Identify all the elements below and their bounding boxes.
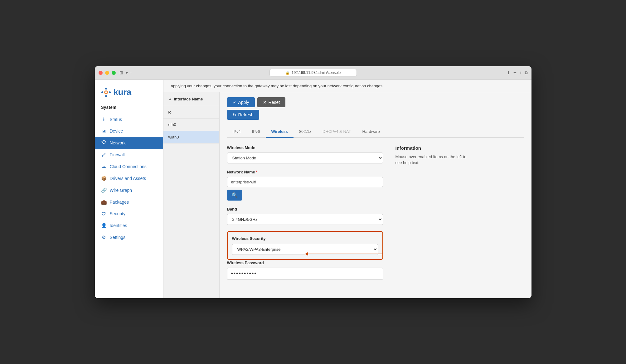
identities-icon: 👤 — [101, 223, 107, 228]
refresh-button[interactable]: ↻ Refresh — [227, 110, 259, 120]
interface-item-eth0[interactable]: eth0 — [163, 119, 219, 131]
tab-8021x-label: 802.1x — [299, 129, 311, 134]
security-icon: 🛡 — [101, 211, 107, 216]
sort-icon: ▲ — [168, 97, 172, 101]
sidebar-item-identities[interactable]: 👤 Identities — [95, 220, 163, 231]
sidebar-item-label: Identities — [110, 223, 127, 228]
sidebar-item-drivers-assets[interactable]: 📦 Drivers and Assets — [95, 172, 163, 184]
sidebar-item-network[interactable]: Network — [95, 137, 163, 149]
device-icon: 🖥 — [101, 129, 107, 134]
search-icon: 🔍 — [231, 192, 238, 198]
sidebar-item-label: Cloud Connections — [110, 164, 147, 169]
svg-point-2 — [101, 91, 103, 93]
refresh-icon: ↻ — [233, 112, 236, 117]
chevron-down-icon[interactable]: ▾ — [126, 70, 128, 75]
close-button[interactable] — [99, 71, 103, 75]
interface-name-eth0: eth0 — [168, 122, 176, 127]
sidebar-item-wire-graph[interactable]: 🔗 Wire Graph — [95, 184, 163, 196]
toolbar-row-2: ↻ Refresh — [227, 110, 259, 120]
titlebar: ⊞ ▾ ‹ 🔒 192.168.11.97/admin/console ⬆ ✦ … — [95, 66, 531, 80]
sidebar-item-security[interactable]: 🛡 Security — [95, 208, 163, 220]
interface-item-wlan0[interactable]: wlan0 — [163, 131, 219, 143]
arrow-head — [305, 252, 308, 256]
sidebar: kura System ℹ Status 🖥 Device Network — [95, 80, 163, 298]
config-panel: ✓ Apply ✕ Reset ↻ Refresh — [220, 92, 531, 298]
logo: kura — [95, 85, 163, 104]
sidebar-item-status[interactable]: ℹ Status — [95, 114, 163, 125]
required-indicator: * — [256, 170, 257, 174]
maximize-button[interactable] — [112, 71, 116, 75]
form-fields: Wireless Mode Station Mode Access Point … — [227, 145, 383, 286]
tab-ipv4-label: IPv4 — [233, 129, 241, 134]
window-grid-icon[interactable]: ⊞ — [119, 70, 123, 75]
tab-ipv4[interactable]: IPv4 — [227, 126, 246, 138]
refresh-label: Refresh — [238, 112, 254, 117]
wireless-mode-select[interactable]: Station Mode Access Point — [227, 153, 383, 163]
reset-button[interactable]: ✕ Reset — [257, 97, 286, 107]
apply-button[interactable]: ✓ Apply — [227, 97, 255, 107]
tab-ipv6[interactable]: IPv6 — [246, 126, 266, 138]
search-button[interactable]: 🔍 — [227, 190, 242, 201]
sidebar-item-firewall[interactable]: 🖊 Firewall — [95, 149, 163, 161]
url-text: 192.168.11.97/admin/console — [292, 70, 341, 75]
tabs: IPv4 IPv6 Wireless 802.1x DHCPv4 & NAT — [227, 126, 524, 138]
sidebar-item-cloud-connections[interactable]: ☁ Cloud Connections — [95, 161, 163, 172]
network-name-input[interactable] — [227, 177, 383, 187]
content-area: ▲ Interface Name lo eth0 wlan0 — [163, 92, 531, 298]
sidebar-item-label: Device — [110, 129, 123, 133]
new-tab-icon[interactable]: + — [519, 70, 522, 75]
wireless-mode-label: Wireless Mode — [227, 145, 383, 150]
sidebar-section-title: System — [95, 104, 163, 114]
svg-point-5 — [105, 95, 107, 97]
network-name-group: Network Name* 🔍 — [227, 170, 383, 201]
packages-icon: 💼 — [101, 199, 107, 205]
sidebar-item-packages[interactable]: 💼 Packages — [95, 196, 163, 208]
sidebar-item-label: Drivers and Assets — [110, 176, 146, 181]
tab-8021x[interactable]: 802.1x — [294, 126, 317, 138]
back-icon[interactable]: ‹ — [130, 70, 132, 75]
annotation-arrow — [227, 254, 383, 254]
titlebar-nav: ⊞ ▾ ‹ — [119, 70, 132, 75]
address-bar[interactable]: 🔒 192.168.11.97/admin/console — [269, 69, 357, 76]
tab-ipv6-label: IPv6 — [252, 129, 260, 134]
traffic-lights — [99, 71, 116, 75]
interface-item-lo[interactable]: lo — [163, 106, 219, 119]
titlebar-right-controls: ⬆ ✦ + ⧉ — [507, 70, 527, 75]
info-text: Mouse over enabled items on the left to … — [395, 154, 473, 166]
apply-label: Apply — [238, 100, 249, 105]
sidebar-item-label: Status — [110, 117, 122, 122]
sidebar-item-settings[interactable]: ⚙ Settings — [95, 231, 163, 243]
band-select[interactable]: 2.4GHz/5GHz 2.4GHz 5GHz — [227, 214, 383, 225]
wireless-password-input[interactable] — [227, 268, 383, 280]
x-icon: ✕ — [263, 100, 267, 105]
sidebar-item-label: Wire Graph — [110, 188, 132, 193]
checkmark-icon: ✓ — [233, 100, 236, 105]
firewall-icon: 🖊 — [101, 152, 107, 158]
app-layout: kura System ℹ Status 🖥 Device Network — [95, 80, 531, 298]
settings-icon: ⚙ — [101, 235, 107, 240]
sidebar-item-label: Packages — [110, 200, 129, 205]
info-title: Information — [395, 145, 473, 151]
extensions-icon[interactable]: ✦ — [513, 70, 517, 75]
tab-hardware[interactable]: Hardware — [357, 126, 385, 138]
network-icon — [101, 140, 107, 146]
minimize-button[interactable] — [105, 71, 109, 75]
kura-logo-icon — [101, 87, 111, 97]
sidebar-item-label: Security — [110, 211, 126, 216]
toolbar: ✓ Apply ✕ Reset ↻ Refresh — [227, 97, 524, 120]
sidebar-item-label: Settings — [110, 235, 126, 240]
reset-label: Reset — [269, 100, 280, 105]
wireless-password-group: Wireless Password — [227, 260, 383, 280]
sidebar-item-device[interactable]: 🖥 Device — [95, 125, 163, 137]
duplicate-icon[interactable]: ⧉ — [525, 70, 528, 75]
kura-brand-text: kura — [114, 87, 131, 97]
tab-wireless[interactable]: Wireless — [266, 126, 294, 138]
wire-graph-icon: 🔗 — [101, 187, 107, 193]
network-name-label: Network Name* — [227, 170, 383, 174]
app-window: ⊞ ▾ ‹ 🔒 192.168.11.97/admin/console ⬆ ✦ … — [95, 66, 531, 298]
tab-dhcpv4-nat-label: DHCPv4 & NAT — [323, 129, 351, 134]
warning-text: applying your changes, your connection t… — [171, 84, 384, 88]
drivers-icon: 📦 — [101, 176, 107, 181]
share-icon[interactable]: ⬆ — [507, 70, 511, 75]
info-panel: Information Mouse over enabled items on … — [395, 145, 473, 286]
